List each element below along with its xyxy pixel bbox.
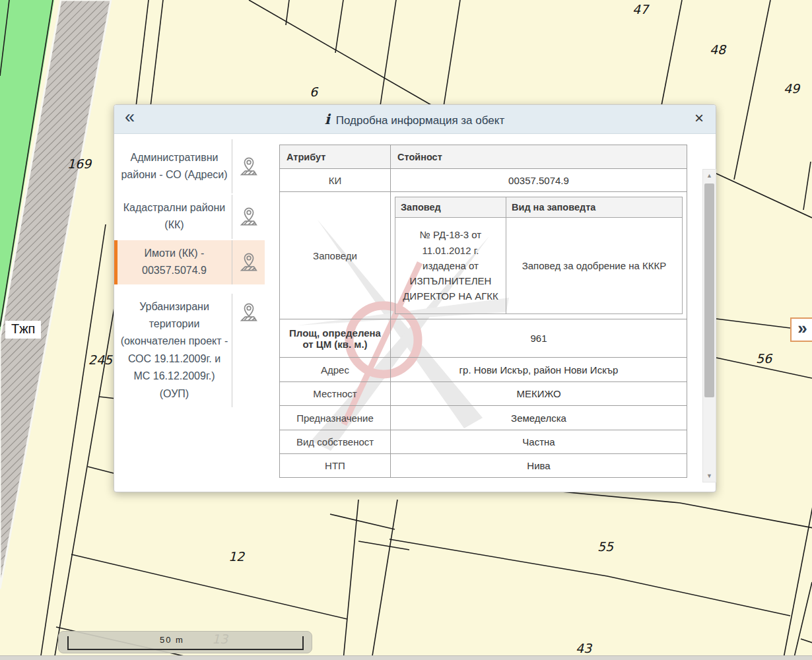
object-info-popup: « iПодробна информация за обект × Админи…	[114, 104, 716, 492]
close-icon[interactable]: ×	[694, 110, 716, 129]
attr-zapovedi-label: Заповеди	[280, 192, 391, 319]
collapse-panel-icon[interactable]: «	[114, 108, 135, 130]
parcel-label-48: 48	[710, 42, 726, 57]
attr-area-value: 961	[391, 319, 687, 358]
attr-ki-label: КИ	[280, 169, 391, 192]
sidebar-item-urban-territories[interactable]: Урбанизирани територии (окончателен прое…	[114, 294, 265, 407]
layers-sidebar: Административни райони - СО (Адреси) Кад…	[114, 134, 265, 492]
road-label-box: Тжп	[5, 321, 41, 339]
attr-ntp-value: Нива	[391, 454, 687, 478]
table-row-purpose: Предназначение Земеделска	[280, 406, 687, 430]
attr-locality-label: Местност	[280, 382, 391, 406]
popup-title: iПодробна информация за обект	[135, 111, 694, 127]
scale-bar: 50 m	[58, 631, 312, 653]
scroll-up-arrow-icon[interactable]: ▲	[703, 170, 716, 182]
sidebar-item-label: Административни райони - СО (Адреси)	[114, 139, 232, 193]
order-number-cell: № РД-18-3 от 11.01.2012 г. издадена от И…	[395, 218, 506, 314]
attributes-table: Атрибут Стойност КИ 00357.5074.9 Заповед…	[279, 145, 687, 478]
order-kind-cell: Заповед за одобрение на КККР	[506, 218, 683, 314]
nested-col-kind: Вид на заповедта	[506, 197, 683, 218]
table-row-locality: Местност МЕКИЖО	[280, 382, 687, 406]
col-header-value: Стойност	[391, 145, 687, 169]
table-row-zapovedi: Заповеди Заповед Вид на заповедта	[280, 192, 687, 319]
map-pin-icon	[232, 294, 265, 407]
table-row-ki: КИ 00357.5074.9	[280, 169, 687, 192]
scrollbar-thumb[interactable]	[704, 183, 714, 397]
table-row-ntp: НТП Нива	[280, 454, 687, 478]
nested-header-row: Заповед Вид на заповедта	[395, 197, 683, 218]
table-header-row: Атрибут Стойност	[280, 145, 687, 169]
parcel-label-12: 12	[228, 549, 244, 564]
scroll-down-arrow-icon[interactable]: ▼	[703, 470, 716, 482]
attr-address-value: гр. Нови Искър, район Нови Искър	[391, 358, 687, 382]
attr-ownership-value: Частна	[391, 430, 687, 454]
popup-header: « iПодробна информация за обект ×	[114, 105, 716, 134]
attributes-panel: Атрибут Стойност КИ 00357.5074.9 Заповед…	[265, 134, 716, 492]
bottom-edge-strip	[0, 655, 812, 660]
orders-nested-table: Заповед Вид на заповедта № РД-18-3 от 11…	[395, 197, 683, 314]
parcel-label-55: 55	[597, 539, 613, 554]
attr-purpose-value: Земеделска	[391, 406, 687, 430]
parcel-label-56: 56	[756, 351, 772, 366]
popup-body: Административни райони - СО (Адреси) Кад…	[114, 134, 716, 492]
attr-ki-value: 00357.5074.9	[391, 169, 687, 192]
popup-title-text: Подробна информация за обект	[336, 114, 504, 127]
map-pin-icon	[232, 240, 265, 284]
expand-panel-button[interactable]: »	[790, 317, 812, 342]
nested-col-order: Заповед	[395, 197, 506, 218]
map-pin-icon	[232, 195, 265, 239]
table-row-area: Площ, определена от ЦМ (кв. м.) 961	[280, 319, 687, 358]
attr-address-label: Адрес	[280, 358, 391, 382]
parcel-label-47: 47	[632, 2, 648, 16]
sidebar-item-label: Имоти (КК) - 00357.5074.9	[114, 240, 232, 284]
attr-area-label: Площ, определена от ЦМ (кв. м.)	[280, 319, 391, 358]
attr-ntp-label: НТП	[280, 454, 391, 478]
attr-ownership-label: Вид собственост	[280, 430, 391, 454]
attr-purpose-label: Предназначение	[280, 406, 391, 430]
parcel-label-6: 6	[310, 84, 318, 99]
parcel-label-49: 49	[784, 81, 799, 96]
parcel-label-43: 43	[576, 641, 592, 655]
sidebar-item-label: Кадастрални райони (КК)	[114, 195, 232, 239]
col-header-attribute: Атрибут	[280, 145, 391, 169]
parcel-label-169: 169	[67, 156, 91, 171]
table-row-address: Адрес гр. Нови Искър, район Нови Искър	[280, 358, 687, 382]
info-icon: i	[325, 111, 330, 127]
scale-bar-label: 50 m	[59, 635, 285, 645]
attr-locality-value: МЕКИЖО	[391, 382, 687, 406]
table-row-ownership: Вид собственост Частна	[280, 430, 687, 454]
road-label: Тжп	[11, 321, 35, 336]
attr-zapovedi-value: Заповед Вид на заповедта № РД-18-3 от 11…	[391, 192, 687, 319]
sidebar-item-imoti-selected[interactable]: Имоти (КК) - 00357.5074.9	[114, 240, 265, 284]
nested-data-row: № РД-18-3 от 11.01.2012 г. издадена от И…	[395, 218, 683, 314]
sidebar-item-label: Урбанизирани територии (окончателен прое…	[114, 294, 232, 407]
map-pin-icon	[232, 139, 265, 193]
parcel-label-245: 245	[88, 352, 112, 367]
sidebar-item-cadastral-regions[interactable]: Кадастрални райони (КК)	[114, 195, 265, 239]
sidebar-item-admin-regions[interactable]: Административни райони - СО (Адреси)	[114, 139, 265, 193]
table-scrollbar[interactable]: ▲ ▼	[702, 169, 716, 482]
